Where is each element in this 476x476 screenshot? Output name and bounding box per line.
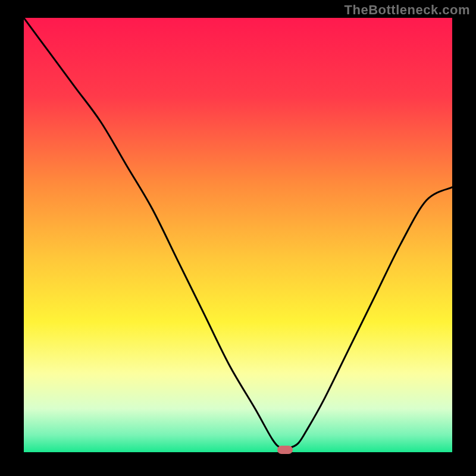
curve-layer bbox=[24, 18, 452, 452]
watermark-text: TheBottleneck.com bbox=[345, 2, 470, 18]
bottleneck-curve bbox=[24, 18, 452, 449]
plot-area bbox=[24, 18, 452, 452]
optimal-point-marker bbox=[277, 446, 293, 454]
chart-frame: TheBottleneck.com bbox=[0, 0, 476, 476]
